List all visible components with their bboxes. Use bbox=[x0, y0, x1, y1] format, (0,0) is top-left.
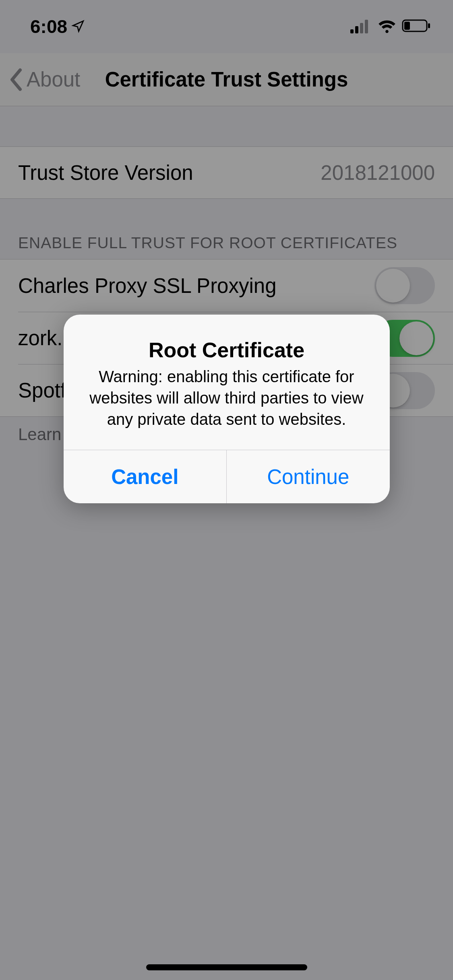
alert-dialog: Root Certificate Warning: enabling this … bbox=[64, 315, 390, 503]
home-indicator[interactable] bbox=[146, 964, 307, 970]
cancel-button[interactable]: Cancel bbox=[64, 450, 227, 503]
alert-message: Warning: enabling this certificate for w… bbox=[83, 366, 370, 430]
alert-buttons: Cancel Continue bbox=[64, 450, 390, 503]
alert-body: Root Certificate Warning: enabling this … bbox=[64, 315, 390, 450]
alert-title: Root Certificate bbox=[83, 338, 370, 362]
continue-button[interactable]: Continue bbox=[226, 450, 390, 503]
